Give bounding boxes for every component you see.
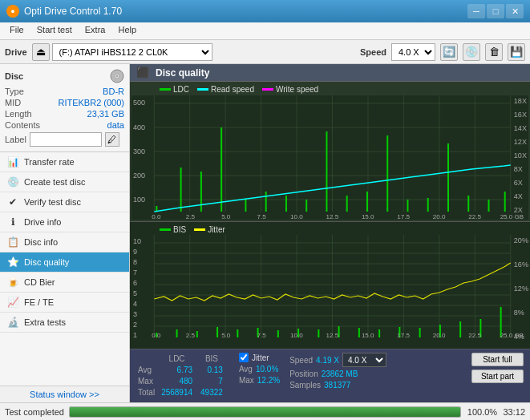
- status-window-button[interactable]: Status window >>: [0, 386, 129, 402]
- transfer-rate-icon: 📊: [6, 155, 19, 168]
- menu-start-test[interactable]: Start test: [30, 24, 79, 38]
- top-chart: LDC Read speed Write speed 500 400 300 2: [130, 82, 530, 222]
- sidebar-item-transfer-rate[interactable]: 📊 Transfer rate: [0, 152, 129, 172]
- svg-text:10: 10: [133, 237, 141, 245]
- disc-icon[interactable]: 💿: [463, 43, 480, 61]
- jitter-checkbox[interactable]: [239, 353, 249, 362]
- sidebar-item-create-test-disc[interactable]: 💿 Create test disc: [0, 172, 129, 192]
- disc-contents-value: data: [107, 120, 124, 130]
- sidebar-item-disc-quality[interactable]: ⭐ Disc quality: [0, 252, 129, 273]
- erase-icon[interactable]: 🗑: [485, 43, 503, 61]
- menu-help[interactable]: Help: [111, 24, 143, 38]
- svg-text:0.0: 0.0: [152, 332, 161, 339]
- speed-dropdown[interactable]: 4.0 X: [342, 353, 386, 367]
- disc-info-icon: 📋: [6, 236, 19, 248]
- disc-length-row: Length 23,31 GB: [5, 109, 124, 119]
- svg-rect-114: [459, 321, 461, 337]
- disc-mid-row: MID RITEKBR2 (000): [5, 98, 124, 107]
- menu-file[interactable]: File: [3, 24, 30, 38]
- svg-text:17.5: 17.5: [397, 332, 410, 339]
- maximize-button[interactable]: □: [487, 4, 504, 18]
- legend-bis: BIS: [160, 225, 186, 234]
- svg-text:20%: 20%: [514, 236, 528, 244]
- stats-bar: LDC BIS Avg 6.73 0.13 Max 480 7 Total 25…: [130, 349, 530, 402]
- svg-rect-35: [180, 168, 182, 212]
- top-chart-legend: LDC Read speed Write speed: [131, 85, 528, 94]
- sidebar-item-label: Verify test disc: [24, 197, 81, 207]
- avg-ldc-value: 6.73: [161, 365, 199, 375]
- disc-type-row: Type BD-R: [5, 87, 124, 96]
- sidebar-item-cd-bier[interactable]: 🍺 CD Bier: [0, 273, 129, 293]
- drive-select[interactable]: (F:) ATAPI iHBS112 2 CL0K: [52, 43, 212, 61]
- disc-label-row: Label 🖊: [5, 132, 124, 147]
- speed-select[interactable]: 4.0 X: [391, 43, 435, 61]
- progress-bar-background: [69, 406, 461, 418]
- svg-rect-100: [176, 329, 178, 337]
- chart-title: Disc quality: [156, 67, 209, 79]
- avg-label: Avg: [138, 365, 160, 375]
- svg-rect-51: [504, 192, 506, 212]
- position-value: 23862 MB: [322, 370, 358, 378]
- svg-rect-49: [467, 196, 469, 212]
- svg-text:8X: 8X: [514, 165, 523, 173]
- svg-text:22.5: 22.5: [468, 332, 481, 339]
- save-icon[interactable]: 💾: [508, 43, 525, 61]
- svg-text:15.0: 15.0: [362, 213, 374, 220]
- disc-type-value: BD-R: [103, 87, 124, 96]
- sidebar-item-extra-tests[interactable]: 🔬 Extra tests: [0, 313, 129, 333]
- svg-rect-39: [265, 192, 267, 212]
- svg-text:20.0: 20.0: [433, 213, 446, 220]
- disc-quality-icon: ⭐: [6, 256, 19, 269]
- speed-label: Speed: [360, 47, 386, 57]
- legend-write-speed: Write speed: [276, 85, 318, 94]
- svg-text:4: 4: [133, 300, 137, 308]
- sidebar-item-fe-te[interactable]: 📈 FE / TE: [0, 293, 129, 313]
- legend-ldc: LDC: [173, 85, 189, 94]
- legend-jitter: Jitter: [194, 225, 225, 234]
- chart-header-icon: ⬛: [136, 67, 149, 79]
- right-panel: ⬛ Disc quality LDC Read speed Write spee…: [130, 64, 530, 402]
- svg-text:5: 5: [133, 289, 137, 297]
- label-edit-button[interactable]: 🖊: [105, 132, 119, 147]
- svg-text:16X: 16X: [514, 111, 527, 119]
- position-label: Position: [289, 370, 318, 378]
- start-buttons: Start full Start part: [471, 353, 524, 383]
- svg-rect-107: [318, 329, 319, 337]
- svg-text:6X: 6X: [514, 179, 523, 187]
- svg-text:8: 8: [133, 258, 137, 266]
- svg-text:16%: 16%: [514, 260, 528, 269]
- disc-graphic-icon: [110, 69, 124, 83]
- svg-text:5.0: 5.0: [221, 332, 231, 339]
- jitter-avg-value: 10.0%: [256, 365, 278, 374]
- disc-label-input[interactable]: [30, 132, 102, 147]
- svg-text:200: 200: [133, 172, 145, 180]
- svg-text:10.0: 10.0: [290, 332, 303, 339]
- sidebar-item-verify-test-disc[interactable]: ✔ Verify test disc: [0, 192, 129, 212]
- minimize-button[interactable]: ─: [467, 4, 485, 18]
- close-button[interactable]: ✕: [506, 4, 524, 18]
- bottom-chart-svg: 10 9 8 7 6 5 4 3 2 1 20% 16% 12% 8% 4%: [131, 235, 528, 339]
- svg-text:7.5: 7.5: [257, 213, 267, 220]
- jitter-max-value: 12.2%: [257, 376, 280, 385]
- samples-label: Samples: [289, 381, 321, 390]
- sidebar-item-label: Create test disc: [24, 177, 85, 187]
- svg-rect-47: [427, 198, 429, 212]
- sidebar-item-label: Disc info: [24, 237, 58, 247]
- menu-extra[interactable]: Extra: [79, 24, 112, 38]
- svg-text:18X: 18X: [514, 97, 527, 105]
- svg-text:300: 300: [133, 147, 145, 155]
- svg-rect-110: [378, 329, 380, 337]
- refresh-icon[interactable]: 🔄: [440, 43, 458, 61]
- sidebar-item-disc-info[interactable]: 📋 Disc info: [0, 232, 129, 252]
- start-part-button[interactable]: Start part: [471, 370, 524, 383]
- svg-rect-44: [366, 192, 368, 212]
- menu-bar: File Start test Extra Help: [0, 22, 530, 40]
- sidebar-item-drive-info[interactable]: ℹ Drive info: [0, 212, 129, 232]
- start-full-button[interactable]: Start full: [471, 353, 524, 366]
- sidebar-item-label: Extra tests: [24, 317, 66, 327]
- svg-text:25.0 GB: 25.0 GB: [500, 332, 524, 339]
- svg-rect-103: [237, 329, 238, 337]
- drive-eject-icon[interactable]: ⏏: [32, 43, 50, 61]
- svg-rect-63: [131, 235, 528, 339]
- svg-rect-41: [305, 200, 307, 212]
